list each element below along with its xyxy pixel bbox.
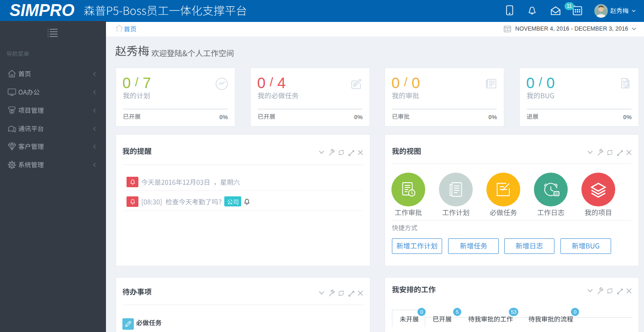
svg-text:Bug: Bug [623, 80, 628, 83]
